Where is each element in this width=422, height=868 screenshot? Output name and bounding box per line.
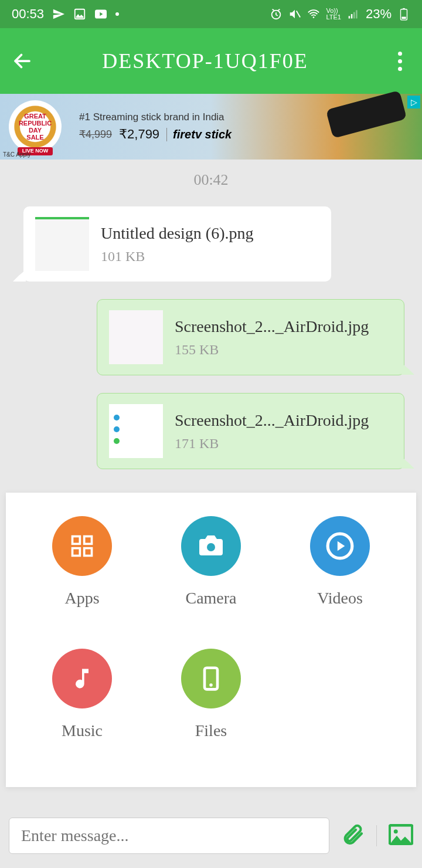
svg-point-16 <box>207 543 215 551</box>
wifi-icon <box>307 8 320 21</box>
file-name: Screenshot_2..._AirDroid.jpg <box>175 317 392 336</box>
ad-sale-badge: GREAT REPUBLIC DAY SALE <box>9 100 62 153</box>
battery-percent: 23% <box>366 6 392 22</box>
svg-rect-6 <box>351 14 353 19</box>
file-thumbnail <box>109 310 163 364</box>
file-size: 101 KB <box>101 249 319 265</box>
svg-rect-10 <box>403 8 405 9</box>
file-name: Screenshot_2..._AirDroid.jpg <box>175 411 392 430</box>
attach-label: Files <box>195 721 227 740</box>
attach-label: Apps <box>64 589 99 608</box>
alarm-icon <box>270 8 283 21</box>
mute-icon <box>288 8 301 21</box>
camera-icon <box>181 516 241 576</box>
attach-label: Music <box>62 721 103 740</box>
file-thumbnail <box>109 404 163 458</box>
file-thumbnail <box>35 217 89 271</box>
ad-headline: #1 Streaming stick brand in India <box>79 111 232 123</box>
chat-area: 00:42 Untitled design (6).png 101 KB Scr… <box>0 160 422 499</box>
attach-music[interactable]: Music <box>23 649 141 764</box>
attach-button[interactable] <box>341 823 365 849</box>
ad-price-old: ₹4,999 <box>79 128 112 141</box>
svg-point-21 <box>394 829 398 833</box>
page-title: DESKTOP-1UQ1F0E <box>21 49 389 73</box>
svg-rect-8 <box>356 10 358 18</box>
attach-camera[interactable]: Camera <box>152 516 270 631</box>
svg-rect-11 <box>401 17 406 19</box>
ad-product-image <box>326 90 407 138</box>
gallery-button[interactable] <box>389 824 413 847</box>
battery-icon <box>397 8 410 21</box>
ad-close-icon[interactable]: ▷ <box>407 96 420 108</box>
message-incoming[interactable]: Untitled design (6).png 101 KB <box>23 206 331 282</box>
svg-line-3 <box>297 11 300 18</box>
ad-brand: firetv stick <box>166 128 232 141</box>
divider <box>376 825 377 846</box>
attachment-panel: Apps Camera Videos Music Files <box>6 493 416 787</box>
menu-button[interactable] <box>389 52 410 71</box>
attach-label: Camera <box>185 589 236 608</box>
svg-point-4 <box>313 16 315 18</box>
attach-videos[interactable]: Videos <box>281 516 399 631</box>
ad-terms: T&C Apply <box>3 151 30 158</box>
input-bar <box>9 815 413 856</box>
status-bar: 00:53 Vo))LTE1 23% <box>0 0 422 28</box>
message-outgoing[interactable]: Screenshot_2..._AirDroid.jpg 171 KB <box>97 393 404 469</box>
attach-label: Videos <box>317 589 363 608</box>
svg-rect-15 <box>84 548 92 556</box>
music-icon <box>52 649 112 708</box>
apps-icon <box>52 516 112 576</box>
ad-price-new: ₹2,799 <box>119 127 159 142</box>
app-bar: DESKTOP-1UQ1F0E <box>0 28 422 94</box>
dot-icon <box>115 12 119 16</box>
svg-rect-5 <box>349 16 350 18</box>
file-size: 155 KB <box>175 342 392 358</box>
signal-icon <box>347 8 360 21</box>
attach-files[interactable]: Files <box>152 649 270 764</box>
youtube-icon <box>94 8 107 21</box>
send-icon <box>52 8 65 21</box>
svg-rect-14 <box>73 548 80 556</box>
image-icon <box>73 8 86 21</box>
message-input[interactable] <box>9 818 329 854</box>
file-name: Untitled design (6).png <box>101 224 319 243</box>
message-outgoing[interactable]: Screenshot_2..._AirDroid.jpg 155 KB <box>97 299 404 375</box>
svg-point-19 <box>209 683 213 687</box>
status-time: 00:53 <box>12 6 44 22</box>
svg-rect-12 <box>73 537 80 544</box>
ad-banner[interactable]: GREAT REPUBLIC DAY SALE #1 Streaming sti… <box>0 94 422 160</box>
svg-rect-13 <box>84 537 92 544</box>
file-size: 171 KB <box>175 436 392 452</box>
network-label: Vo))LTE1 <box>326 8 341 21</box>
videos-icon <box>310 516 370 576</box>
files-icon <box>181 649 241 708</box>
svg-rect-7 <box>353 12 355 19</box>
chat-timestamp: 00:42 <box>9 171 413 189</box>
attach-apps[interactable]: Apps <box>23 516 141 631</box>
